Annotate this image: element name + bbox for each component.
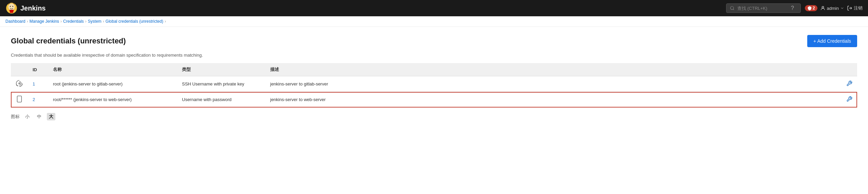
svg-point-2	[10, 6, 11, 7]
svg-point-6	[731, 6, 734, 9]
page-header: Global credentials (unrestricted) + Add …	[11, 35, 857, 47]
user-label: admin	[827, 6, 839, 11]
breadcrumb-credentials[interactable]: Credentials	[63, 19, 84, 24]
wrench-icon[interactable]	[846, 96, 852, 102]
row-icon	[11, 76, 28, 92]
col-action	[842, 63, 857, 76]
credentials-table: ID 名称 类型 描述 1 root (jenkins-server to gi	[11, 63, 857, 108]
row-name: root/****** (jenkins-server to web-serve…	[48, 92, 177, 108]
header-actions: 2 admin 注销	[805, 5, 863, 11]
row-icon	[11, 92, 28, 108]
main-content: Global credentials (unrestricted) + Add …	[0, 27, 868, 129]
user-icon	[820, 5, 826, 11]
breadcrumb-sep-3: ›	[85, 19, 87, 24]
help-icon[interactable]: ?	[791, 5, 794, 11]
row-type: SSH Username with private key	[177, 76, 265, 92]
shield-count: 2	[813, 6, 815, 11]
chevron-down-icon	[840, 6, 844, 10]
row-description: jenkins-server to gitlab-server	[265, 76, 842, 92]
search-input[interactable]	[737, 6, 788, 11]
size-large[interactable]: 大	[47, 113, 55, 120]
credential-id-link[interactable]: 1	[33, 81, 35, 86]
table-row: 1 root (jenkins-server to gitlab-server)…	[11, 76, 857, 92]
breadcrumb-sep-2: ›	[60, 19, 62, 24]
col-name: 名称	[48, 63, 177, 76]
row-type: Username with password	[177, 92, 265, 108]
shield-icon	[807, 6, 812, 11]
table-body: 1 root (jenkins-server to gitlab-server)…	[11, 76, 857, 108]
col-desc: 描述	[265, 63, 842, 76]
table-row: 2 root/****** (jenkins-server to web-ser…	[11, 92, 857, 108]
row-action[interactable]	[842, 92, 857, 108]
search-box[interactable]: ?	[726, 3, 801, 13]
breadcrumb-system[interactable]: System	[88, 19, 101, 24]
footer-controls: 图标 小 中 大	[11, 113, 857, 120]
row-name: root (jenkins-server to gitlab-server)	[48, 76, 177, 92]
table-head: ID 名称 类型 描述	[11, 63, 857, 76]
col-id: ID	[28, 63, 48, 76]
breadcrumb-global-credentials[interactable]: Global credentials (unrestricted)	[106, 19, 163, 24]
add-credentials-button[interactable]: + Add Credentials	[807, 35, 857, 47]
row-id: 2	[28, 92, 48, 108]
fingerprint-icon	[16, 80, 23, 87]
jenkins-logo[interactable]: Jenkins	[5, 2, 45, 14]
row-id: 1	[28, 76, 48, 92]
wrench-icon[interactable]	[846, 80, 852, 86]
credential-id-link[interactable]: 2	[33, 97, 35, 102]
col-type: 类型	[177, 63, 265, 76]
size-medium[interactable]: 中	[35, 113, 43, 120]
main-header: Jenkins ? 2 admin 注销	[0, 0, 868, 16]
svg-point-3	[12, 6, 13, 7]
row-action[interactable]	[842, 76, 857, 92]
row-description: jenkins-server to web-server	[265, 92, 842, 108]
page-title: Global credentials (unrestricted)	[11, 37, 126, 45]
user-menu[interactable]: admin	[820, 5, 844, 11]
svg-point-1	[8, 3, 15, 10]
svg-rect-5	[10, 10, 14, 11]
svg-line-7	[733, 9, 734, 10]
logout-label: 注销	[854, 5, 863, 11]
security-badge[interactable]: 2	[805, 5, 817, 11]
footer-label: 图标	[11, 114, 20, 120]
breadcrumb: Dashboard › Manage Jenkins › Credentials…	[0, 16, 868, 27]
size-small[interactable]: 小	[23, 113, 32, 120]
svg-point-8	[822, 6, 824, 8]
table-header-row: ID 名称 类型 描述	[11, 63, 857, 76]
breadcrumb-sep-4: ›	[103, 19, 104, 24]
svg-rect-10	[17, 96, 22, 102]
col-icon	[11, 63, 28, 76]
breadcrumb-manage-jenkins[interactable]: Manage Jenkins	[30, 19, 59, 24]
jenkins-logo-text: Jenkins	[20, 4, 45, 12]
logout-button[interactable]: 注销	[847, 5, 863, 11]
logout-icon	[847, 5, 852, 11]
breadcrumb-sep-1: ›	[27, 19, 28, 24]
page-description: Credentials that should be available irr…	[11, 53, 857, 58]
mobile-icon	[16, 95, 23, 103]
breadcrumb-dashboard[interactable]: Dashboard	[5, 19, 25, 24]
search-icon	[730, 6, 735, 11]
breadcrumb-sep-5: ›	[165, 19, 166, 24]
